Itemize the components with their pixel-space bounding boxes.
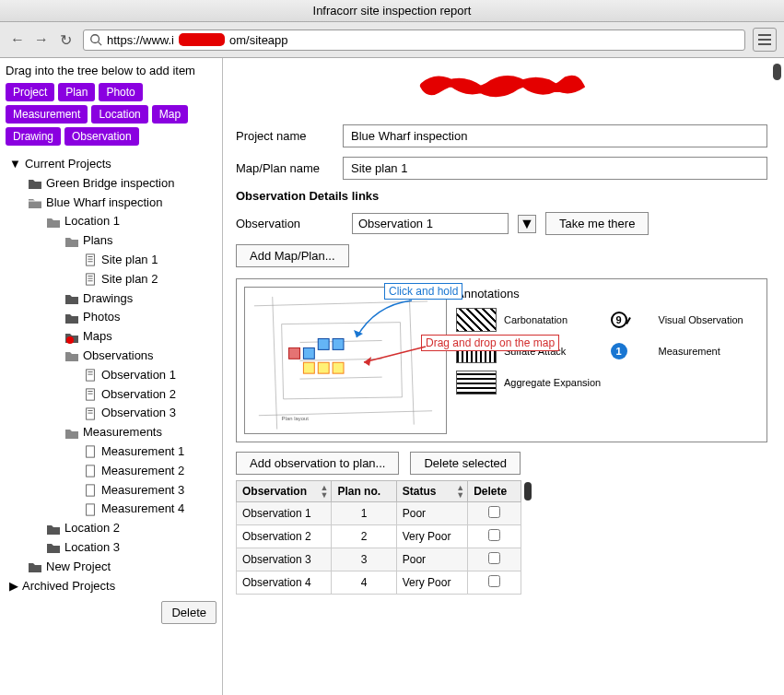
marker-dot	[66, 336, 74, 344]
svg-rect-23	[289, 348, 300, 359]
url-input[interactable]: https://www.iom/siteapp	[83, 29, 745, 51]
tree-measurements[interactable]: Measurements	[6, 423, 216, 442]
svg-rect-24	[303, 348, 314, 359]
svg-rect-13	[87, 389, 95, 400]
ann-carbonatation: Carbonatation	[504, 314, 605, 325]
delete-selected-button[interactable]: Delete selected	[410, 452, 521, 475]
svg-rect-28	[318, 362, 329, 373]
hamburger-icon[interactable]	[753, 28, 777, 52]
tree-site-plan-1[interactable]: Site plan 1	[6, 251, 216, 270]
tag-measurement[interactable]: Measurement	[6, 105, 88, 124]
svg-rect-20	[87, 465, 95, 477]
tree-meas-2[interactable]: Measurement 2	[6, 462, 216, 481]
forward-icon[interactable]: →	[31, 29, 52, 50]
tag-project[interactable]: Project	[6, 83, 54, 101]
ann-aggregate: Aggregate Expansion	[504, 377, 605, 388]
project-tree: ▼ Current Projects Green Bridge inspecti…	[6, 155, 216, 595]
svg-rect-21	[87, 485, 95, 496]
tree-meas-3[interactable]: Measurement 3	[6, 481, 216, 501]
map-panel: Plan layout Click and hold Drag and drop…	[236, 278, 767, 442]
project-name-input[interactable]	[343, 124, 767, 147]
browser-nav-bar: ← → ↻ https://www.iom/siteapp	[0, 22, 784, 58]
tag-plan[interactable]: Plan	[58, 83, 95, 101]
delete-checkbox[interactable]	[488, 529, 500, 541]
tree-drawings[interactable]: Drawings	[6, 289, 216, 309]
back-icon[interactable]: ←	[7, 29, 28, 50]
tree-meas-4[interactable]: Measurement 4	[6, 500, 216, 519]
pin-measurement[interactable]: 1	[611, 343, 627, 359]
window-title: Infracorr site inspection report	[0, 0, 784, 22]
chevron-down-icon[interactable]: ▼	[518, 215, 536, 233]
drag-instruction: Drag into the tree below to add item	[6, 64, 216, 77]
tree-new-project[interactable]: New Project	[6, 558, 216, 577]
sidebar: Drag into the tree below to add item Pro…	[0, 58, 223, 695]
table-row[interactable]: Observation 44Very Poor	[237, 571, 521, 595]
svg-rect-25	[318, 338, 329, 349]
tree-obs-2[interactable]: Observation 2	[6, 385, 216, 405]
tree-location-1[interactable]: Location 1	[6, 212, 216, 231]
hint-drag-drop: Drag and drop on the map	[421, 335, 559, 351]
tree-blue-wharf[interactable]: Blue Wharf inspection	[6, 194, 216, 213]
th-plan-no[interactable]: Plan no.	[332, 481, 396, 502]
table-row[interactable]: Observation 11Poor	[237, 502, 521, 525]
reload-icon[interactable]: ↻	[55, 29, 76, 50]
tag-photo[interactable]: Photo	[99, 83, 142, 101]
svg-rect-27	[303, 362, 314, 373]
svg-text:Plan layout: Plan layout	[282, 416, 310, 421]
tree-observations[interactable]: Observations	[6, 347, 216, 366]
tree-photos[interactable]: Photos	[6, 308, 216, 327]
delete-checkbox[interactable]	[488, 552, 500, 564]
svg-rect-22	[87, 504, 95, 515]
search-icon	[89, 33, 102, 46]
tree-green-bridge[interactable]: Green Bridge inspection	[6, 174, 216, 194]
swatch-aggregate[interactable]	[456, 371, 497, 395]
observation-label: Observation	[236, 217, 343, 230]
table-row[interactable]: Observation 22Very Poor	[237, 525, 521, 548]
svg-rect-2	[87, 254, 95, 265]
pin-visual-obs[interactable]: 9	[611, 312, 627, 328]
tree-obs-1[interactable]: Observation 1	[6, 366, 216, 385]
tree-location-3[interactable]: Location 3	[6, 538, 216, 558]
blue-arrow-icon	[347, 296, 421, 342]
annotations-header: Annotations	[456, 287, 759, 300]
svg-point-0	[91, 35, 99, 43]
table-row[interactable]: Observation 33Poor	[237, 548, 521, 571]
page-scrollbar[interactable]	[770, 64, 781, 689]
svg-rect-10	[87, 370, 95, 381]
add-map-plan-button[interactable]: Add Map/Plan...	[236, 244, 349, 267]
tree-current-projects[interactable]: ▼ Current Projects	[6, 155, 216, 174]
tag-map[interactable]: Map	[152, 105, 188, 124]
tree-plans[interactable]: Plans	[6, 231, 216, 251]
tag-location[interactable]: Location	[91, 105, 147, 124]
swatch-carbonatation[interactable]	[456, 308, 497, 332]
tag-drawing[interactable]: Drawing	[6, 127, 61, 146]
tag-row: Project Plan Photo Measurement Location …	[6, 83, 216, 146]
svg-rect-16	[87, 408, 95, 419]
th-status[interactable]: Status▲▼	[396, 481, 467, 502]
tree-location-2[interactable]: Location 2	[6, 519, 216, 538]
details-header: Observation Details links	[236, 189, 767, 203]
delete-checkbox[interactable]	[488, 506, 500, 518]
plan-name-input[interactable]	[343, 157, 767, 180]
tree-obs-3[interactable]: Observation 3	[6, 404, 216, 423]
table-scrollbar[interactable]	[521, 480, 534, 591]
tree-site-plan-2[interactable]: Site plan 2	[6, 270, 216, 289]
tree-maps[interactable]: Maps	[6, 327, 216, 347]
red-arrow-icon	[357, 342, 430, 370]
svg-rect-29	[333, 362, 344, 373]
tree-archived[interactable]: ▶ Archived Projects	[6, 577, 216, 596]
url-suffix: om/siteapp	[229, 33, 288, 47]
svg-rect-19	[87, 446, 95, 457]
th-observation[interactable]: Observation▲▼	[237, 481, 332, 502]
delete-button[interactable]: Delete	[161, 601, 216, 624]
ann-visual-obs: Visual Observation	[659, 314, 760, 325]
add-observation-button[interactable]: Add observation to plan...	[236, 452, 399, 475]
svg-rect-6	[87, 274, 95, 285]
take-me-there-button[interactable]: Take me there	[545, 212, 649, 235]
observation-select[interactable]: Observation 1	[352, 213, 509, 234]
tag-observation[interactable]: Observation	[64, 127, 139, 146]
observations-table: Observation▲▼ Plan no. Status▲▼ Delete O…	[236, 480, 521, 595]
delete-checkbox[interactable]	[488, 575, 500, 587]
redacted-url	[179, 33, 225, 46]
tree-meas-1[interactable]: Measurement 1	[6, 442, 216, 462]
